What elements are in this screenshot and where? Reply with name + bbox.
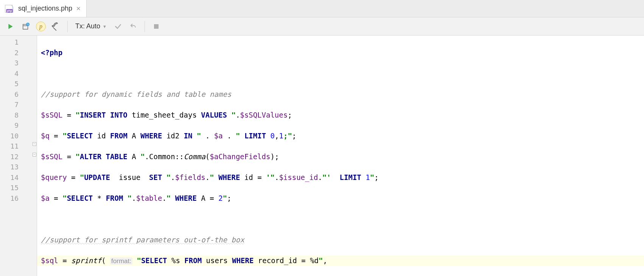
line-number: 7	[0, 99, 19, 110]
history-button[interactable]	[19, 20, 33, 33]
close-tab-icon[interactable]: ✕	[76, 5, 81, 12]
line-number: 10	[0, 131, 19, 141]
run-button[interactable]	[4, 20, 17, 33]
php-file-icon: php	[4, 3, 15, 14]
line-number: 5	[0, 79, 19, 89]
line-number: 6	[0, 89, 19, 100]
editor-tab-bar: php sql_injections.php ✕	[0, 0, 644, 17]
commit-button[interactable]	[111, 20, 125, 33]
toolbar-separator	[67, 21, 68, 32]
line-number: 16	[0, 193, 19, 204]
file-tab-label: sql_injections.php	[18, 5, 72, 12]
line-number: 11	[0, 141, 19, 152]
line-number: 1	[0, 37, 19, 48]
line-number-gutter: 1 2 3 4 5 6 7 8 9 10 11 12 13 14 15 16 −…	[0, 36, 37, 276]
line-number: 4	[0, 68, 19, 79]
stop-button[interactable]	[149, 20, 163, 33]
chevron-down-icon: ▼	[103, 24, 107, 29]
svg-text:php: php	[7, 9, 12, 12]
svg-rect-5	[154, 24, 159, 29]
editor-toolbar: p Tx: Auto ▼	[0, 17, 644, 36]
rollback-button[interactable]	[126, 20, 140, 33]
fold-marker-icon[interactable]: −	[33, 142, 36, 146]
line-number: 3	[0, 58, 19, 68]
file-tab-sql-injections[interactable]: php sql_injections.php ✕	[0, 0, 87, 17]
profiler-button[interactable]: p	[34, 20, 48, 33]
settings-button[interactable]	[49, 20, 63, 33]
toolbar-separator	[145, 21, 145, 32]
line-number: 2	[0, 48, 19, 58]
line-number: 12	[0, 152, 19, 162]
line-number: 15	[0, 183, 19, 193]
line-number: 13	[0, 162, 19, 172]
code-area[interactable]: <?php //support for dynamic fields and t…	[37, 36, 644, 276]
fold-marker-icon[interactable]: −	[33, 153, 36, 157]
line-number: 8	[0, 110, 19, 121]
code-editor[interactable]: 1 2 3 4 5 6 7 8 9 10 11 12 13 14 15 16 −…	[0, 36, 644, 276]
line-number: 9	[0, 120, 19, 131]
line-number: 14	[0, 172, 19, 183]
transaction-mode-label: Tx: Auto	[75, 22, 100, 30]
transaction-mode-select[interactable]: Tx: Auto ▼	[72, 22, 110, 30]
